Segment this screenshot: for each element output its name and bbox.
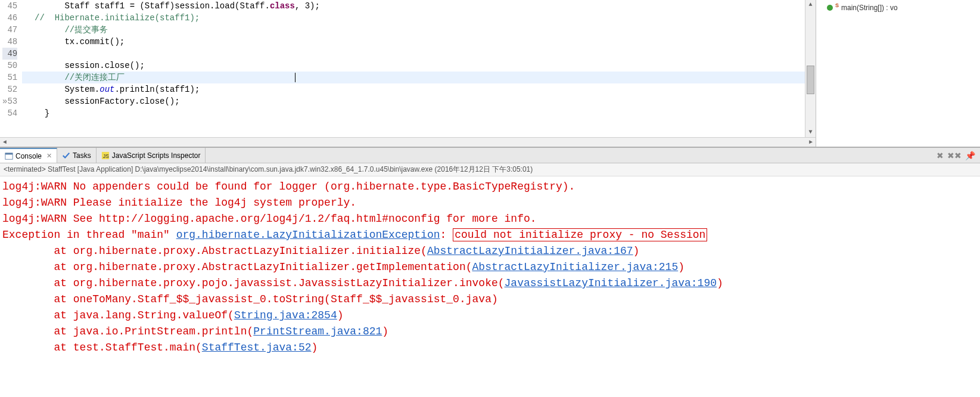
stack-source-link[interactable]: AbstractLazyInitializer.java:167 [427, 245, 633, 257]
code-line[interactable] [22, 48, 805, 60]
stack-frame: at oneToMany.Staff_$$_javassist_0.toStri… [2, 293, 498, 305]
code-line[interactable]: sessionFactory.close(); [22, 95, 805, 107]
line-number: »53 [2, 95, 17, 107]
outline-pane: S main(String[]) : vo [816, 0, 980, 147]
static-marker: S [835, 2, 839, 8]
stack-source-link[interactable]: PrintStream.java:821 [253, 325, 382, 337]
tab-tasks[interactable]: Tasks [57, 148, 97, 163]
log-warn-line: log4j:WARN See http://logging.apache.org… [2, 213, 537, 225]
pin-icon[interactable]: 📌 [965, 151, 975, 160]
console-icon [5, 152, 13, 160]
method-public-icon [827, 5, 833, 11]
log-warn-line: log4j:WARN No appenders could be found f… [2, 181, 575, 193]
scroll-left-arrow[interactable]: ◄ [0, 138, 10, 147]
stack-frame: at org.hibernate.proxy.AbstractLazyIniti… [2, 245, 427, 257]
stack-source-link[interactable]: StaffTest.java:52 [202, 342, 312, 353]
console-output[interactable]: log4j:WARN No appenders could be found f… [0, 176, 980, 397]
tab-tasks-label: Tasks [73, 151, 91, 160]
paren-close: ) [337, 309, 344, 321]
tab-js-label: JavaScript Scripts Inspector [112, 151, 201, 160]
line-number: 49 [2, 48, 17, 60]
svg-rect-1 [5, 153, 13, 154]
js-icon: JS [101, 151, 110, 160]
line-number: 45 [2, 0, 17, 12]
tasks-icon [62, 151, 70, 160]
stack-frame: at java.io.PrintStream.println( [2, 325, 253, 337]
code-area[interactable]: Staff staff1 = (Staff)session.load(Staff… [22, 0, 805, 137]
code-line[interactable]: //关闭连接工厂 [22, 72, 805, 83]
exception-class-link[interactable]: org.hibernate.LazyInitializationExceptio… [176, 229, 440, 241]
line-number: 51 [2, 72, 17, 83]
code-line[interactable]: // Hibernate.initialize(staff1); [22, 12, 805, 24]
code-line[interactable]: session.close(); [22, 60, 805, 72]
tab-js-inspector[interactable]: JS JavaScript Scripts Inspector [97, 148, 206, 163]
stack-frame: at java.lang.String.valueOf( [2, 309, 234, 321]
views-tab-bar: Console ✕ Tasks JS JavaScript Scripts In… [0, 148, 980, 163]
log-warn-line: log4j:WARN Please initialize the log4j s… [2, 197, 356, 209]
code-line[interactable]: Staff staff1 = (Staff)session.load(Staff… [22, 0, 805, 12]
console-toolbar: ✖ ✖✖ 📌 [937, 151, 980, 160]
line-number: 54 [2, 107, 17, 119]
process-status-line: <terminated> StaffTest [Java Application… [0, 163, 980, 176]
line-number-gutter: 4546474849505152»5354 [0, 0, 22, 137]
scroll-thumb[interactable] [807, 66, 814, 94]
line-number: 52 [2, 83, 17, 95]
exception-message-highlight: could not initialize proxy - no Session [453, 228, 707, 241]
editor-pane: 4546474849505152»5354 Staff staff1 = (St… [0, 0, 816, 147]
stack-frame: at org.hibernate.proxy.pojo.javassist.Ja… [2, 277, 505, 289]
hscroll-track[interactable] [10, 138, 806, 147]
code-line[interactable]: System.out.println(staff1); [22, 83, 805, 95]
tab-console-label: Console [15, 152, 42, 160]
scroll-right-arrow[interactable]: ► [806, 138, 816, 147]
code-line[interactable]: tx.commit(); [22, 36, 805, 48]
paren-close: ) [382, 325, 388, 337]
vertical-scrollbar[interactable]: ▲ ▼ [805, 0, 816, 137]
bottom-panel: Console ✕ Tasks JS JavaScript Scripts In… [0, 147, 980, 397]
colon-sep: : [440, 229, 453, 241]
stack-frame: at test.StaffTest.main( [2, 342, 202, 353]
line-number: 48 [2, 36, 17, 48]
exception-prefix: Exception in thread "main" [2, 229, 176, 241]
scroll-up-arrow[interactable]: ▲ [805, 0, 816, 10]
tab-console[interactable]: Console ✕ [0, 148, 57, 163]
remove-launch-icon[interactable]: ✖ [937, 151, 944, 160]
stack-source-link[interactable]: String.java:2854 [234, 309, 337, 321]
main-split: 4546474849505152»5354 Staff staff1 = (St… [0, 0, 980, 147]
paren-close: ) [633, 245, 640, 257]
svg-text:JS: JS [102, 153, 108, 159]
paren-close: ) [678, 261, 685, 273]
line-number: 50 [2, 60, 17, 72]
scroll-down-arrow[interactable]: ▼ [805, 128, 816, 137]
remove-all-icon[interactable]: ✖✖ [947, 151, 962, 160]
outline-method-label: main(String[]) : vo [841, 4, 898, 12]
stack-frame: at org.hibernate.proxy.AbstractLazyIniti… [2, 261, 472, 273]
text-cursor [295, 73, 295, 82]
horizontal-scrollbar[interactable]: ◄ ► [0, 137, 816, 147]
line-number: 46 [2, 12, 17, 24]
stack-source-link[interactable]: JavassistLazyInitializer.java:190 [505, 277, 717, 289]
close-icon[interactable]: ✕ [46, 152, 52, 160]
code-line[interactable]: } [22, 107, 805, 119]
code-line[interactable]: //提交事务 [22, 24, 805, 36]
paren-close: ) [717, 277, 723, 289]
outline-method-main[interactable]: S main(String[]) : vo [827, 2, 980, 13]
paren-close: ) [312, 342, 318, 353]
code-editor[interactable]: 4546474849505152»5354 Staff staff1 = (St… [0, 0, 816, 137]
stack-source-link[interactable]: AbstractLazyInitializer.java:215 [472, 261, 679, 273]
line-number: 47 [2, 24, 17, 36]
